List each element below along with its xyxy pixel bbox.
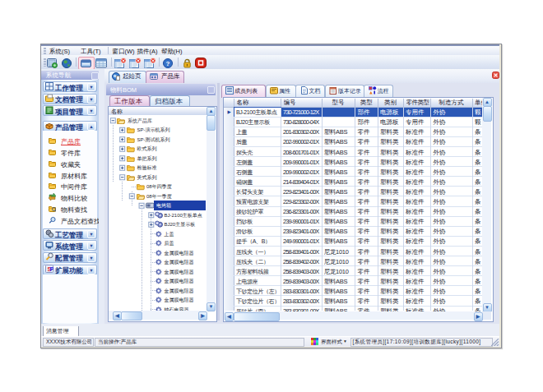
svg-text:P: P bbox=[49, 265, 53, 273]
svg-text:?: ? bbox=[165, 59, 169, 67]
